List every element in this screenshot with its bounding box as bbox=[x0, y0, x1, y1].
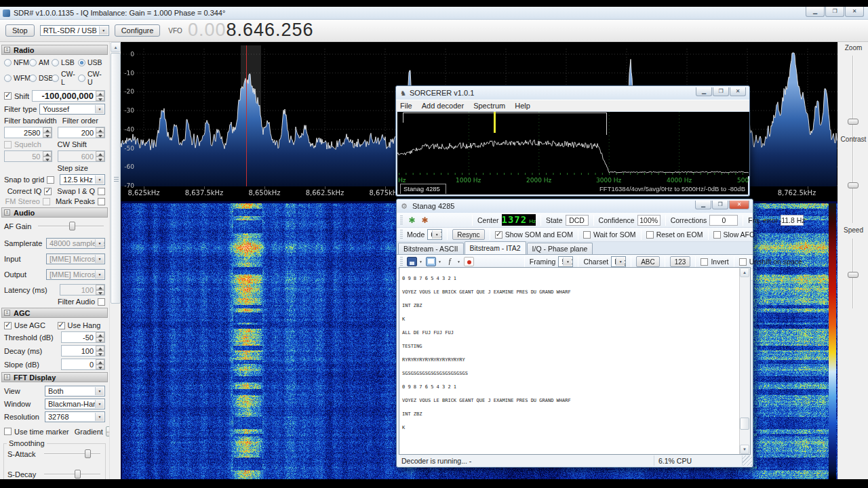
audio-output-select[interactable]: [MME] Microsoft Sound▼ bbox=[46, 269, 105, 280]
save-icon[interactable] bbox=[407, 257, 417, 266]
scroll-up-icon[interactable]: ▲ bbox=[740, 268, 749, 277]
reset-eom-checkbox[interactable] bbox=[646, 231, 654, 239]
s-attack-slider[interactable] bbox=[43, 449, 102, 459]
shift-checkbox[interactable] bbox=[4, 92, 12, 100]
close-button[interactable]: ✕ bbox=[730, 87, 746, 96]
mode-usb[interactable]: USB bbox=[78, 58, 105, 66]
scrollbar-thumb[interactable] bbox=[740, 418, 749, 430]
slider-thumb[interactable] bbox=[69, 222, 75, 230]
show-som-checkbox[interactable] bbox=[495, 231, 502, 239]
radio-icon[interactable] bbox=[4, 75, 12, 82]
correct-iq-checkbox[interactable] bbox=[44, 188, 52, 195]
mode-am[interactable]: AM bbox=[29, 58, 52, 66]
mode-cw-u[interactable]: CW-U bbox=[78, 70, 105, 86]
radio-icon[interactable] bbox=[4, 59, 12, 66]
time-marker-checkbox[interactable] bbox=[4, 428, 12, 435]
decoder-input-icon[interactable]: ✱ bbox=[407, 216, 417, 225]
fft-resolution-select[interactable]: 32768▼ bbox=[45, 411, 105, 422]
panel-scrollbar[interactable]: ▲ bbox=[109, 42, 121, 479]
radio-icon[interactable] bbox=[78, 59, 85, 66]
agc-section-header[interactable]: ≡ AGC bbox=[1, 308, 108, 318]
minimize-button[interactable]: ▁ bbox=[696, 87, 712, 96]
scrollbar-thumb[interactable] bbox=[111, 53, 121, 304]
sorcerer-spectrum[interactable]: Hz1000 Hz2000 Hz3000 Hz4000 Hz500 Stanag… bbox=[397, 112, 748, 195]
filter-bandwidth-input[interactable]: 2580 bbox=[4, 127, 52, 138]
sdrsharp-titlebar[interactable]: SDR# v1.0.0.1135 - IQ Imbalance: Gain = … bbox=[0, 7, 868, 20]
maximize-button[interactable]: ❐ bbox=[713, 87, 729, 96]
invert-checkbox[interactable] bbox=[701, 258, 708, 266]
decoded-text-area[interactable]: 0 9 8 7 6 5 4 3 2 1VOYEZ VOUS LE BRICK G… bbox=[399, 267, 751, 455]
agc-slope-input[interactable]: 0 bbox=[61, 359, 105, 370]
filter-order-input[interactable]: 200 bbox=[58, 127, 106, 138]
radio-icon[interactable] bbox=[29, 75, 37, 82]
resize-grip[interactable] bbox=[743, 455, 752, 466]
device-select[interactable]: RTL-SDR / USB ▼ bbox=[40, 25, 109, 36]
vfo-frequency[interactable]: 0.008.646.256 bbox=[188, 21, 314, 39]
stop-button[interactable]: Stop bbox=[5, 24, 35, 37]
maximize-button[interactable]: ❐ bbox=[712, 201, 728, 209]
filter-audio-checkbox[interactable] bbox=[98, 298, 105, 306]
mode-wfm[interactable]: WFM bbox=[4, 70, 29, 86]
framing-select[interactable]: 5E1▼ bbox=[558, 256, 573, 267]
resync-button[interactable]: Resync bbox=[452, 229, 484, 240]
radio-icon[interactable] bbox=[52, 59, 59, 66]
minimize-button[interactable]: ▁ bbox=[806, 7, 825, 17]
slider-thumb[interactable] bbox=[85, 449, 91, 458]
unshift-on-space-checkbox[interactable] bbox=[739, 258, 747, 266]
tab-bitstream-ita2[interactable]: Bitstream - ITA2 bbox=[465, 241, 526, 254]
collapse-icon[interactable]: ≡ bbox=[4, 374, 10, 380]
text-scrollbar[interactable]: ▲ ▼ bbox=[739, 268, 750, 454]
scroll-down-icon[interactable]: ▼ bbox=[740, 445, 749, 454]
sorcerer-decoder-tab[interactable]: Stanag 4285 bbox=[400, 184, 446, 194]
audio-section-header[interactable]: ≡ Audio bbox=[1, 207, 108, 218]
tab-i-q-phase-plane[interactable]: I/Q - Phase plane bbox=[527, 243, 593, 254]
display-icon[interactable] bbox=[426, 257, 436, 266]
use-agc-checkbox[interactable] bbox=[4, 322, 12, 329]
fm-stereo-checkbox[interactable] bbox=[43, 198, 50, 205]
radio-section-header[interactable]: ≡ Radio bbox=[1, 45, 108, 55]
samplerate-select[interactable]: 48000 sample/sec▼ bbox=[46, 238, 105, 249]
slider-thumb[interactable] bbox=[75, 470, 81, 479]
slider-thumb[interactable] bbox=[848, 119, 859, 125]
step-size-select[interactable]: 12.5 kHz▼ bbox=[60, 174, 105, 185]
af-gain-slider[interactable] bbox=[37, 222, 105, 231]
slow-afc-checkbox[interactable] bbox=[713, 231, 721, 239]
audio-input-select[interactable]: [MME] Microsoft Sound▼ bbox=[46, 253, 105, 264]
slider-thumb[interactable] bbox=[848, 182, 859, 188]
agc-threshold-input[interactable]: -50 bbox=[61, 331, 105, 343]
maximize-button[interactable]: ❐ bbox=[825, 7, 844, 17]
figures-button[interactable]: 123 bbox=[670, 256, 691, 267]
fft-view-select[interactable]: Both▼ bbox=[45, 386, 105, 396]
close-button[interactable]: ✕ bbox=[845, 7, 864, 17]
cw-shift-input[interactable]: 600 bbox=[58, 150, 106, 162]
letters-button[interactable]: ABC bbox=[636, 256, 660, 267]
sorcerer-spectrum-canvas[interactable] bbox=[397, 112, 749, 176]
slider-thumb[interactable] bbox=[848, 272, 859, 278]
configure-button[interactable]: Configure bbox=[115, 24, 161, 37]
wait-som-checkbox[interactable] bbox=[583, 231, 591, 239]
menu-file[interactable]: File bbox=[400, 102, 412, 110]
s-decay-slider[interactable] bbox=[43, 470, 102, 479]
collapse-icon[interactable]: ≡ bbox=[4, 209, 10, 216]
radio-icon[interactable] bbox=[52, 75, 59, 82]
minimize-button[interactable]: ▁ bbox=[695, 201, 711, 209]
fft-window-select[interactable]: Blackman-Harris▼ bbox=[45, 399, 105, 409]
collapse-icon[interactable]: ≡ bbox=[4, 310, 10, 316]
menu-spectrum[interactable]: Spectrum bbox=[473, 102, 505, 110]
agc-decay-input[interactable]: 100 bbox=[61, 345, 105, 357]
menu-help[interactable]: Help bbox=[515, 102, 530, 110]
close-button[interactable]: ✕ bbox=[729, 201, 749, 209]
collapse-icon[interactable]: ≡ bbox=[4, 47, 10, 53]
chevron-down-icon[interactable]: ▼ bbox=[457, 260, 460, 264]
squelch-input[interactable]: 50 bbox=[4, 150, 52, 162]
latency-input[interactable]: 100 bbox=[60, 284, 105, 296]
mode-dsb[interactable]: DSB bbox=[29, 70, 52, 86]
mode-select[interactable]: 600 LONG▼ bbox=[427, 229, 442, 240]
chevron-down-icon[interactable]: ▼ bbox=[419, 260, 422, 264]
chevron-down-icon[interactable]: ▼ bbox=[438, 260, 441, 264]
squelch-checkbox[interactable] bbox=[4, 141, 12, 148]
menu-add-decoder[interactable]: Add decoder bbox=[422, 102, 464, 110]
stanag-titlebar[interactable]: ⚙ Stanag 4285 ▁ ❐ ✕ bbox=[397, 199, 753, 213]
mode-lsb[interactable]: LSB bbox=[52, 58, 78, 66]
radio-icon[interactable] bbox=[29, 59, 37, 66]
